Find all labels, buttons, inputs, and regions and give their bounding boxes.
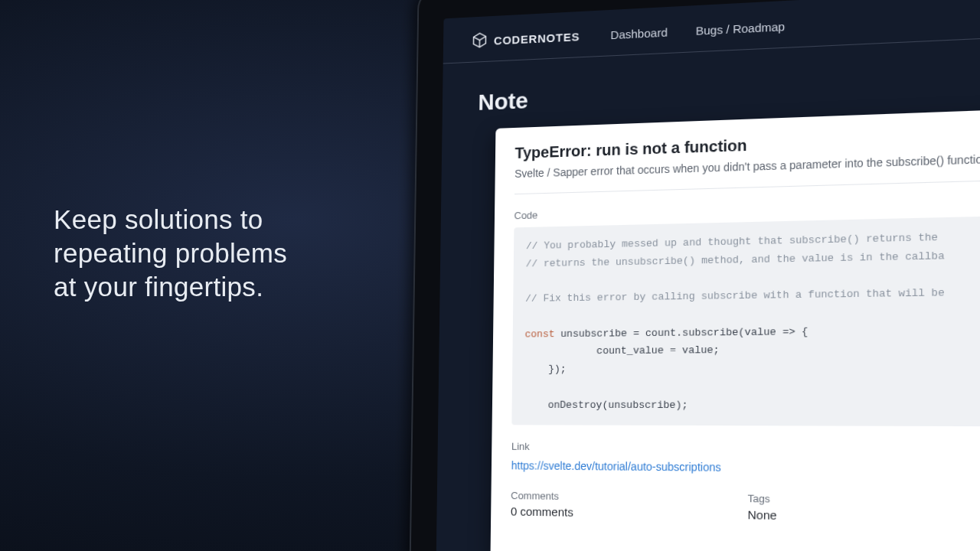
- app-screen: CODERNOTES Dashboard Bugs / Roadmap Note…: [436, 0, 980, 551]
- nav-bugs-roadmap[interactable]: Bugs / Roadmap: [696, 20, 785, 37]
- brand-cube-icon: [472, 31, 488, 51]
- note-link[interactable]: https://svelte.dev/tutorial/auto-subscri…: [511, 459, 721, 474]
- brand[interactable]: CODERNOTES: [472, 27, 580, 51]
- nav-dashboard[interactable]: Dashboard: [610, 25, 668, 41]
- comments-label: Comments: [511, 490, 573, 502]
- code-section-label: Code: [514, 194, 980, 222]
- code-line-1: unsubscribe = count.subscribe(value => {: [554, 325, 808, 340]
- code-line-2: count_value = value;: [524, 344, 719, 357]
- link-section-label: Link: [511, 441, 980, 457]
- tagline-line-3: at your fingertips.: [54, 270, 287, 304]
- code-comment-1: // You probably messed up and thought th…: [526, 231, 938, 252]
- tags-meta: Tags None: [747, 493, 776, 523]
- note-card: TypeError: run is not a function Svelte …: [490, 105, 980, 551]
- comments-meta: Comments 0 comments: [511, 490, 573, 519]
- comments-value: 0 comments: [511, 505, 573, 520]
- note-meta-row: Comments 0 comments Tags None: [511, 490, 980, 527]
- tags-label: Tags: [747, 493, 776, 505]
- code-line-3: });: [524, 364, 567, 376]
- code-comment-3: // Fix this error by calling subscribe w…: [525, 287, 945, 305]
- code-block: // You probably messed up and thought th…: [511, 214, 980, 428]
- brand-name: CODERNOTES: [494, 30, 580, 47]
- primary-nav: Dashboard Bugs / Roadmap: [610, 20, 785, 42]
- laptop-bezel: CODERNOTES Dashboard Bugs / Roadmap Note…: [409, 0, 980, 551]
- tags-value: None: [747, 508, 776, 523]
- code-keyword-const: const: [525, 328, 555, 341]
- tagline-line-2: repeating problems: [54, 236, 287, 270]
- code-line-4: onDestroy(unsubscribe);: [524, 399, 688, 411]
- tagline-line-1: Keep solutions to: [54, 203, 287, 236]
- laptop-mockup: CODERNOTES Dashboard Bugs / Roadmap Note…: [413, 0, 980, 551]
- marketing-tagline: Keep solutions to repeating problems at …: [54, 203, 287, 303]
- code-comment-2: // returns the unsubscribe() method, and…: [526, 249, 945, 269]
